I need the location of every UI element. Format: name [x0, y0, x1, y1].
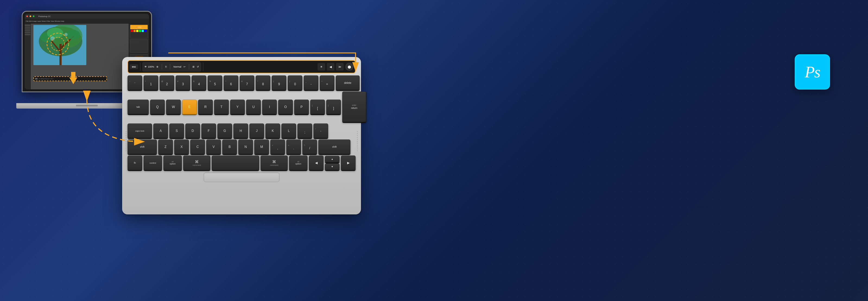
key-w[interactable]: W	[166, 100, 181, 114]
key-f[interactable]: F	[202, 123, 216, 138]
tb-vol-up-btn[interactable]: ≫	[336, 63, 344, 70]
key-command-left[interactable]: ⌘ command	[183, 155, 210, 170]
key-6[interactable]: ^6	[224, 76, 238, 90]
key-0[interactable]: )0	[288, 76, 302, 90]
key-comma[interactable]: <,	[270, 140, 285, 154]
key-n[interactable]: N	[238, 140, 253, 154]
key-control[interactable]: control	[144, 155, 162, 170]
key-a[interactable]: A	[153, 123, 168, 138]
key-delete[interactable]: delete	[336, 76, 360, 90]
key-7[interactable]: &7	[240, 76, 254, 90]
ps-tools-panel	[25, 24, 31, 89]
key-1[interactable]: !1	[144, 76, 158, 90]
svg-point-12	[47, 28, 63, 38]
keyboard: esc 👁 100% ⊕ ⎘ Normal ↩ ⊞ ↺ ☀ ◀ ≫	[122, 57, 361, 214]
tb-layers-icon: ⊞	[192, 65, 195, 68]
key-h[interactable]: H	[234, 123, 248, 138]
tb-zoom-value: 100%	[148, 65, 154, 68]
key-minus[interactable]: _-	[304, 76, 318, 90]
bottom-row: fn control alt option ⌘ command ⌘ comman…	[128, 155, 355, 170]
tb-return-icon: ↩	[184, 65, 186, 68]
asdf-row: caps lock A S D F G H J K L :; "'	[128, 123, 355, 138]
key-k[interactable]: K	[266, 123, 280, 138]
key-r[interactable]: R	[198, 100, 213, 114]
key-quote[interactable]: "'	[313, 123, 328, 138]
key-b[interactable]: B	[222, 140, 237, 154]
key-equals[interactable]: +=	[320, 76, 334, 90]
key-arrow-left[interactable]: ◀	[309, 155, 323, 170]
key-caps[interactable]: caps lock	[128, 123, 152, 138]
fullscreen-dot	[33, 16, 34, 17]
ps-filename: Photoshop CC	[38, 16, 51, 18]
ps-menubar: Photoshop CC	[25, 14, 149, 19]
key-v[interactable]: V	[206, 140, 221, 154]
tb-blend-mode: Normal	[174, 65, 181, 68]
key-j[interactable]: J	[249, 123, 264, 138]
speaker-left	[124, 73, 128, 209]
key-x[interactable]: X	[174, 140, 189, 154]
key-period[interactable]: >.	[286, 140, 301, 154]
number-row: ~` !1 @2 #3 $4 %5 ^6	[128, 76, 355, 90]
key-command-right[interactable]: ⌘ command	[260, 155, 288, 170]
tb-duplicate-icon: ⎘	[165, 65, 167, 68]
key-enter[interactable]: enter return	[342, 91, 366, 122]
key-l[interactable]: L	[281, 123, 296, 138]
tb-inner-sep2	[170, 64, 170, 69]
key-space[interactable]	[212, 155, 259, 170]
key-bracket-close[interactable]: }]	[326, 100, 341, 114]
key-c[interactable]: C	[190, 140, 205, 154]
key-z[interactable]: Z	[158, 140, 173, 154]
key-g[interactable]: G	[217, 123, 232, 138]
key-u[interactable]: U	[246, 100, 261, 114]
key-9[interactable]: (9	[272, 76, 286, 90]
key-s[interactable]: S	[169, 123, 184, 138]
ps-icon-letters: Ps	[805, 63, 820, 82]
key-8[interactable]: *8	[256, 76, 270, 90]
tb-esc-key[interactable]: esc	[130, 64, 138, 69]
key-slash[interactable]: ?/	[302, 140, 317, 154]
touchbar-in-screen: esc | 👁 100% ⊕ ⎘ Normal ↩ | ☰ ↺	[33, 76, 107, 81]
trackpad[interactable]	[204, 172, 280, 182]
key-4[interactable]: $4	[192, 76, 206, 90]
key-option-left[interactable]: alt option	[163, 155, 182, 170]
key-arrow-down[interactable]: ▼	[325, 163, 340, 170]
zxcv-row: shift Z X C V B N M <, >. ?/ shi	[128, 140, 355, 154]
key-q[interactable]: Q	[150, 100, 165, 114]
tb-brightness-btn[interactable]: ☀	[317, 63, 325, 70]
key-3[interactable]: #3	[176, 76, 190, 90]
tb-undo-icon: ↺	[197, 65, 199, 68]
key-semicolon[interactable]: :;	[298, 123, 312, 138]
tb-eye-icon: 👁 100%	[145, 65, 154, 68]
key-option-right[interactable]: alt option	[289, 155, 308, 170]
key-shift-left[interactable]: shift	[128, 140, 157, 154]
tb-add-icon: ⊕	[156, 65, 158, 68]
key-m[interactable]: M	[254, 140, 269, 154]
qwerty-row: tab Q W E R T Y U I O P {[ }]	[128, 91, 355, 122]
tb-inner-sep	[162, 64, 162, 69]
touch-bar: esc 👁 100% ⊕ ⎘ Normal ↩ ⊞ ↺ ☀ ◀ ≫	[128, 60, 355, 73]
close-dot	[26, 16, 28, 17]
key-5[interactable]: %5	[208, 76, 222, 90]
key-tab[interactable]: tab	[128, 100, 149, 114]
key-y[interactable]: Y	[230, 100, 245, 114]
key-2[interactable]: @2	[160, 76, 174, 90]
ps-options-bar: File Edit Image Layer Select Filter View…	[25, 19, 149, 24]
key-arrow-up[interactable]: ▲	[325, 156, 340, 162]
key-o[interactable]: O	[278, 100, 293, 114]
arrow-up-down-group: ▲ ▼	[325, 156, 340, 170]
tb-vol-down-btn[interactable]: ◀	[327, 63, 334, 70]
tb-siri-btn[interactable]: ⬤	[345, 63, 353, 71]
key-fn[interactable]: fn	[128, 155, 142, 170]
key-e[interactable]: E	[182, 100, 197, 114]
key-shift-right[interactable]: shift	[318, 140, 350, 154]
key-tilde[interactable]: ~`	[128, 76, 142, 90]
ps-app-icon: Ps	[795, 54, 830, 90]
key-rows: ~` !1 @2 #3 $4 %5 ^6	[128, 76, 355, 170]
key-arrow-right[interactable]: ▶	[341, 155, 355, 170]
key-d[interactable]: D	[185, 123, 200, 138]
key-i[interactable]: I	[262, 100, 277, 114]
key-bracket-open[interactable]: {[	[310, 100, 325, 114]
key-p[interactable]: P	[294, 100, 309, 114]
tb-ps-group: 👁 100% ⊕ ⎘ Normal ↩ ⊞ ↺	[142, 62, 201, 72]
key-t[interactable]: T	[214, 100, 229, 114]
